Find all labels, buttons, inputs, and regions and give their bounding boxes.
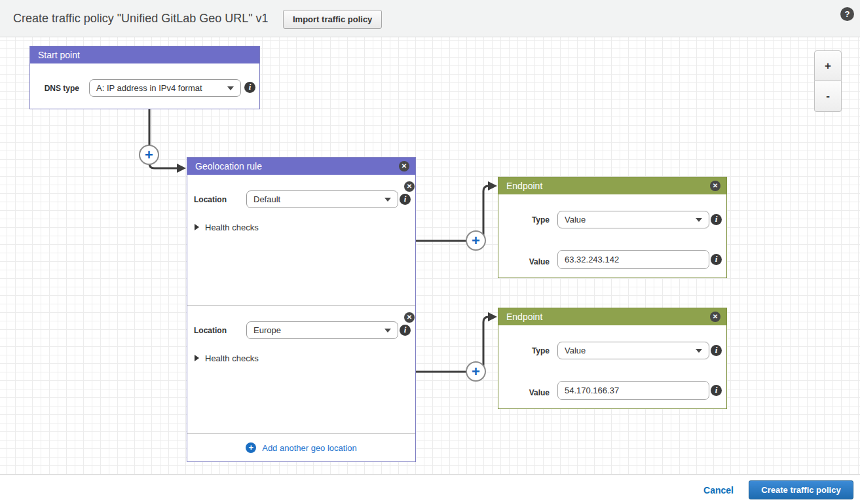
footer-bar: Cancel Create traffic policy — [0, 476, 860, 504]
start-point-header: Start point — [30, 46, 259, 63]
remove-location-icon[interactable]: ✕ — [404, 312, 415, 323]
page-title: Create traffic policy "Unified GitLab Ge… — [13, 12, 269, 26]
close-icon[interactable]: ✕ — [399, 161, 409, 171]
endpoint-value-input[interactable] — [557, 381, 709, 400]
chevron-right-icon — [195, 224, 199, 230]
endpoint-title: Endpoint — [506, 312, 542, 322]
add-icon: + — [246, 442, 256, 453]
endpoint-value-info-icon[interactable]: i — [711, 254, 722, 265]
section-divider — [187, 305, 415, 306]
endpoint-type-info-icon[interactable]: i — [711, 345, 722, 356]
close-icon[interactable]: ✕ — [710, 312, 720, 322]
health-checks-toggle[interactable]: Health checks — [195, 223, 259, 232]
remove-location-icon[interactable]: ✕ — [404, 181, 415, 192]
type-label: Type — [498, 215, 550, 225]
dns-type-dropdown[interactable]: A: IP address in IPv4 format — [89, 79, 241, 97]
type-label: Type — [498, 346, 550, 355]
endpoint-value-input[interactable] — [557, 250, 709, 269]
chevron-down-icon — [696, 349, 702, 353]
zoom-in-button[interactable]: + — [814, 50, 842, 81]
wire-add-endpoint-button-2[interactable]: + — [466, 361, 486, 382]
endpoint-title: Endpoint — [506, 181, 542, 191]
value-label: Value — [498, 257, 550, 266]
chevron-down-icon — [384, 329, 391, 333]
location-label: Location — [187, 195, 227, 204]
zoom-controls: + - — [814, 50, 842, 112]
chevron-down-icon — [696, 218, 702, 222]
chevron-down-icon — [227, 86, 234, 90]
location-info-icon[interactable]: i — [400, 194, 411, 205]
location-info-icon[interactable]: i — [400, 325, 411, 336]
add-geo-location-label: Add another geo location — [262, 443, 357, 453]
chevron-right-icon — [195, 355, 199, 361]
endpoint-type-selected-value: Value — [565, 346, 692, 355]
health-checks-label: Health checks — [205, 353, 259, 363]
endpoint-type-info-icon[interactable]: i — [711, 214, 722, 225]
add-geo-location-link[interactable]: + Add another geo location — [187, 433, 415, 461]
close-icon[interactable]: ✕ — [710, 181, 720, 191]
policy-canvas: + + + Start point DNS type A: IP address… — [0, 37, 860, 475]
endpoint-value-info-icon[interactable]: i — [711, 385, 722, 396]
health-checks-label: Health checks — [205, 223, 259, 232]
start-point-node: Start point DNS type A: IP address in IP… — [29, 46, 260, 109]
wire-add-endpoint-button-1[interactable]: + — [466, 230, 486, 251]
dns-type-label: DNS type — [30, 84, 79, 93]
chevron-down-icon — [384, 198, 391, 202]
location-label: Location — [187, 326, 227, 335]
endpoint-header: Endpoint ✕ — [498, 177, 726, 194]
health-checks-toggle[interactable]: Health checks — [195, 353, 259, 363]
location-selected-value: Default — [253, 194, 381, 204]
geolocation-rule-node: Geolocation rule ✕ ✕ Location Default i … — [187, 157, 416, 462]
cancel-link[interactable]: Cancel — [703, 485, 734, 495]
import-traffic-policy-button[interactable]: Import traffic policy — [283, 10, 382, 29]
location-selected-value: Europe — [253, 325, 381, 335]
dns-type-selected-value: A: IP address in IPv4 format — [96, 83, 223, 93]
dns-type-info-icon[interactable]: i — [244, 82, 255, 93]
create-traffic-policy-button[interactable]: Create traffic policy — [749, 480, 853, 499]
endpoint-node-2: Endpoint ✕ Type Value i Value i — [498, 308, 727, 409]
endpoint-type-dropdown[interactable]: Value — [557, 342, 709, 359]
geolocation-rule-title: Geolocation rule — [195, 161, 262, 171]
endpoint-node-1: Endpoint ✕ Type Value i Value i — [498, 177, 727, 278]
location-dropdown-default[interactable]: Default — [246, 190, 398, 208]
page-header-bar: Create traffic policy "Unified GitLab Ge… — [0, 0, 860, 37]
location-dropdown-europe[interactable]: Europe — [246, 321, 398, 339]
wire-add-rule-button[interactable]: + — [139, 145, 159, 165]
endpoint-type-selected-value: Value — [565, 215, 692, 225]
geolocation-rule-header: Geolocation rule ✕ — [187, 158, 415, 175]
zoom-out-button[interactable]: - — [814, 81, 842, 112]
help-icon[interactable]: ? — [840, 7, 854, 21]
value-label: Value — [498, 388, 550, 397]
endpoint-type-dropdown[interactable]: Value — [557, 211, 709, 228]
endpoint-header: Endpoint ✕ — [498, 308, 726, 325]
